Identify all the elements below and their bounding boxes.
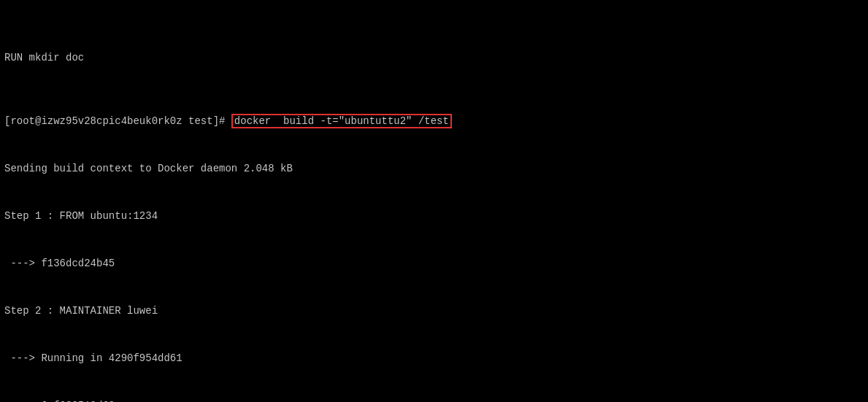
prompt-2: [root@izwz95v28cpic4beuk0rk0z test]# — [4, 115, 231, 127]
line-5: ---> f136dcd24b45 — [4, 256, 864, 272]
terminal: RUN mkdir doc [root@izwz95v28cpic4beuk0r… — [0, 0, 868, 402]
line-2: [root@izwz95v28cpic4beuk0rk0z test]# doc… — [4, 114, 864, 130]
docker-build-cmd: docker build -t="ubuntuttu2" /test — [231, 114, 452, 128]
line-4: Step 1 : FROM ubuntu:1234 — [4, 209, 864, 225]
line-1: RUN mkdir doc — [4, 50, 864, 66]
line-7: ---> Running in 4290f954dd61 — [4, 351, 864, 367]
line-3: Sending build context to Docker daemon 2… — [4, 161, 864, 177]
line-8: ---> 6ef639510d69 — [4, 398, 864, 402]
line-6: Step 2 : MAINTAINER luwei — [4, 304, 864, 320]
